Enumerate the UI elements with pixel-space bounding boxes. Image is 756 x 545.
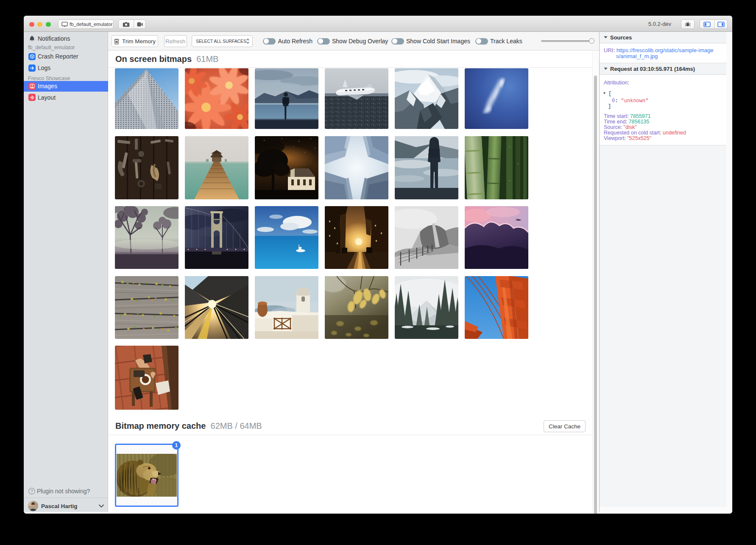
svg-text:?: ?: [31, 489, 33, 494]
